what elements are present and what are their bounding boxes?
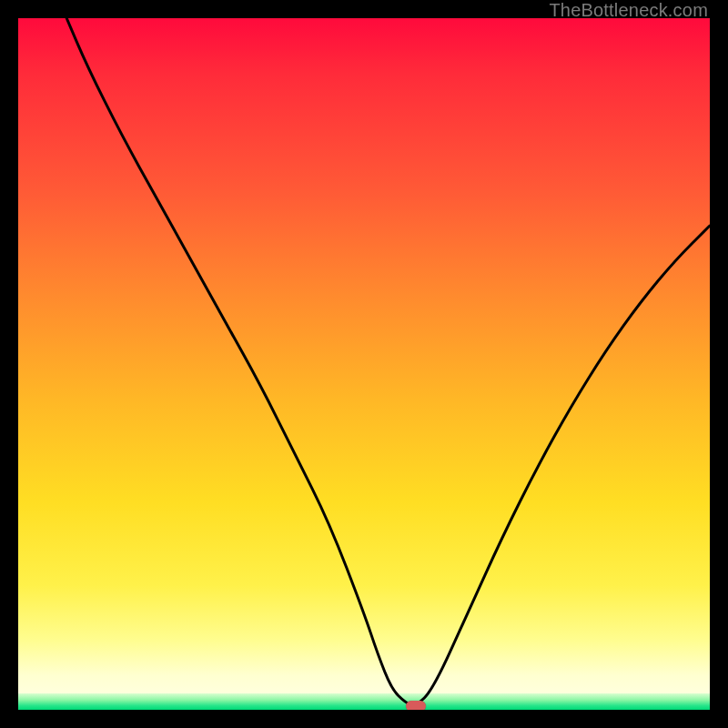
optimal-marker	[406, 701, 426, 710]
bottleneck-curve	[18, 18, 710, 710]
chart-frame: TheBottleneck.com	[0, 0, 728, 728]
plot-area	[18, 18, 710, 710]
